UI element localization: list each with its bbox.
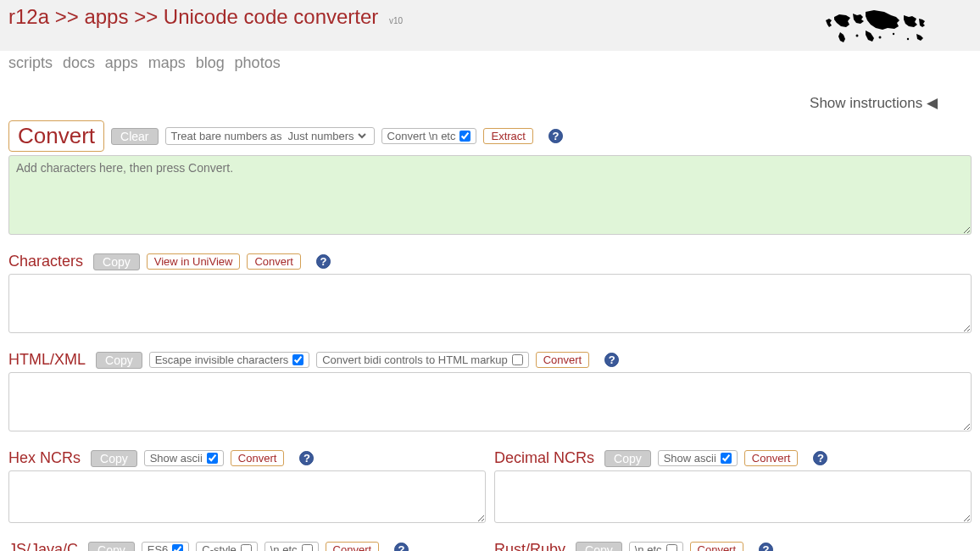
convert-newline-label: Convert \n etc — [387, 130, 456, 142]
js-netc-label: \n etc — [270, 543, 298, 551]
characters-copy-button[interactable]: Copy — [93, 253, 140, 270]
world-map-icon — [819, 5, 938, 47]
hex-showascii-label: Show ascii — [150, 452, 203, 465]
htmlxml-section: HTML/XML Copy Escape invisible character… — [8, 351, 972, 434]
rust-netc-option: \n etc — [629, 542, 683, 551]
dec-showascii-option: Show ascii — [658, 450, 738, 466]
nav-links: scripts docs apps maps blog photos — [0, 51, 980, 77]
hex-ncrs-title: Hex NCRs — [8, 449, 81, 467]
es6-label: ES6 — [148, 543, 169, 551]
jsjavac-title: JS/Java/C — [8, 541, 78, 551]
clear-button[interactable]: Clear — [111, 128, 158, 145]
cstyle-checkbox[interactable] — [241, 544, 252, 551]
dec-ncrs-title: Decimal NCRs — [494, 449, 594, 467]
bidi-markup-option: Convert bidi controls to HTML markup — [316, 352, 528, 368]
svg-point-3 — [907, 38, 909, 40]
help-icon[interactable]: ? — [813, 451, 827, 465]
htmlxml-convert-button[interactable]: Convert — [536, 352, 590, 368]
rustruby-copy-button[interactable]: Copy — [576, 542, 622, 552]
cstyle-option: C-style — [196, 542, 257, 551]
convert-newline-option: Convert \n etc — [381, 128, 477, 144]
js-netc-checkbox[interactable] — [302, 544, 313, 551]
nav-apps[interactable]: apps — [105, 54, 138, 71]
jsjavac-copy-button[interactable]: Copy — [88, 542, 135, 552]
rust-netc-label: \n etc — [635, 543, 662, 551]
jsjavac-section: JS/Java/C Copy ES6 C-style \n etc Conver… — [8, 541, 486, 551]
characters-title: Characters — [8, 253, 83, 270]
nav-docs[interactable]: docs — [63, 54, 95, 71]
cstyle-label: C-style — [202, 543, 236, 551]
escape-invisible-label: Escape invisible characters — [155, 353, 289, 366]
crumb-title[interactable]: Unicode code converter — [164, 5, 378, 28]
help-icon[interactable]: ? — [604, 353, 619, 367]
dec-ncrs-section: Decimal NCRs Copy Show ascii Convert ? — [494, 449, 972, 526]
header: r12a >> apps >> Unicode code converter v… — [0, 0, 980, 51]
extract-button[interactable]: Extract — [483, 128, 532, 144]
breadcrumb: r12a >> apps >> Unicode code converter v… — [8, 5, 819, 29]
characters-output[interactable] — [8, 274, 972, 333]
rustruby-section: Rust/Ruby Copy \n etc Convert ? — [494, 541, 972, 551]
crumb-apps[interactable]: apps — [84, 5, 128, 28]
dec-showascii-checkbox[interactable] — [721, 453, 732, 464]
characters-section: Characters Copy View in UniView Convert … — [8, 253, 972, 336]
characters-convert-button[interactable]: Convert — [247, 253, 301, 270]
crumb-r12a[interactable]: r12a — [8, 5, 49, 28]
hex-ncrs-convert-button[interactable]: Convert — [231, 450, 285, 466]
dec-ncrs-output[interactable] — [494, 470, 972, 523]
dec-ncrs-convert-button[interactable]: Convert — [744, 450, 799, 466]
hex-showascii-option: Show ascii — [144, 450, 224, 466]
hex-ncrs-output[interactable] — [8, 470, 486, 523]
treat-numbers-label: Treat bare numbers as — [171, 130, 282, 142]
nav-maps[interactable]: maps — [148, 54, 186, 71]
escape-invisible-checkbox[interactable] — [292, 354, 303, 365]
htmlxml-copy-button[interactable]: Copy — [96, 352, 142, 369]
help-icon[interactable]: ? — [548, 129, 563, 143]
main-convert-section: Convert Clear Treat bare numbers as Just… — [8, 120, 972, 237]
help-icon[interactable]: ? — [759, 543, 773, 551]
nav-photos[interactable]: photos — [235, 54, 281, 71]
bidi-markup-checkbox[interactable] — [512, 354, 523, 365]
hex-ncrs-section: Hex NCRs Copy Show ascii Convert ? — [8, 449, 486, 526]
dec-ncrs-copy-button[interactable]: Copy — [604, 450, 651, 467]
convert-newline-checkbox[interactable] — [459, 131, 471, 142]
svg-point-1 — [879, 36, 882, 39]
main-input[interactable] — [8, 155, 972, 235]
help-icon[interactable]: ? — [394, 543, 409, 551]
htmlxml-title: HTML/XML — [8, 351, 86, 369]
svg-point-0 — [856, 35, 859, 37]
crumb-sep: >> — [55, 5, 79, 28]
escape-invisible-option: Escape invisible characters — [149, 352, 310, 368]
hex-ncrs-copy-button[interactable]: Copy — [91, 450, 137, 467]
rust-netc-checkbox[interactable] — [666, 544, 677, 551]
rustruby-convert-button[interactable]: Convert — [690, 542, 744, 551]
nav-blog[interactable]: blog — [196, 54, 225, 71]
treat-numbers-select[interactable]: Just numbers — [285, 129, 369, 143]
help-icon[interactable]: ? — [316, 254, 331, 269]
htmlxml-output[interactable] — [8, 372, 972, 431]
rustruby-title: Rust/Ruby — [494, 541, 565, 551]
instructions-toggle[interactable]: Show instructions ◀ — [0, 77, 980, 120]
help-icon[interactable]: ? — [299, 451, 314, 465]
js-netc-option: \n etc — [264, 542, 319, 551]
dec-showascii-label: Show ascii — [664, 452, 716, 465]
treat-numbers-option: Treat bare numbers as Just numbers — [165, 127, 375, 145]
bidi-markup-label: Convert bidi controls to HTML markup — [322, 353, 507, 366]
jsjavac-convert-button[interactable]: Convert — [326, 542, 380, 551]
version-label: v10 — [389, 16, 403, 25]
crumb-sep: >> — [134, 5, 158, 28]
svg-point-2 — [893, 33, 894, 35]
es6-option: ES6 — [142, 542, 190, 551]
convert-button[interactable]: Convert — [8, 120, 104, 152]
view-uniview-button[interactable]: View in UniView — [147, 253, 241, 270]
es6-checkbox[interactable] — [172, 544, 183, 551]
hex-showascii-checkbox[interactable] — [207, 453, 218, 464]
nav-scripts[interactable]: scripts — [8, 54, 53, 71]
